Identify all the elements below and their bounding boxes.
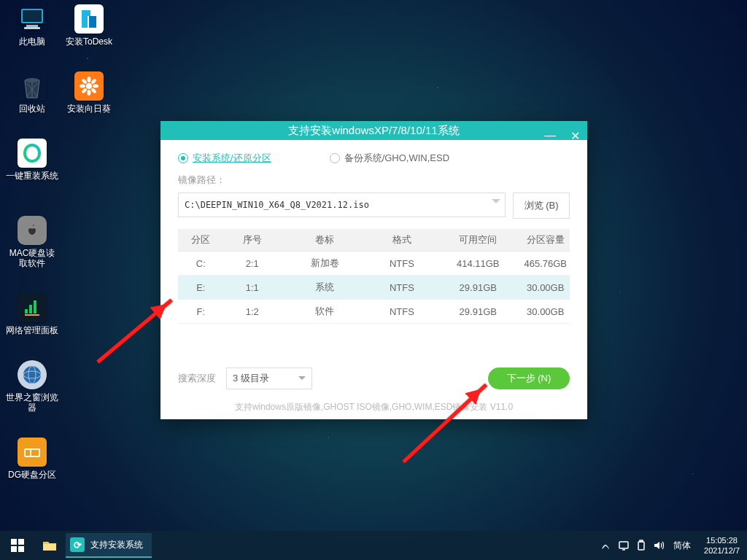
- table-row[interactable]: F:1:2软件NTFS29.91GB30.00GB: [178, 300, 570, 324]
- ime-indicator[interactable]: 简体: [667, 540, 697, 552]
- svg-rect-2: [26, 25, 38, 27]
- taskbar-app-installer[interactable]: ⟳ 支持安装系统: [66, 533, 152, 558]
- svg-point-6: [88, 77, 91, 82]
- browser-icon: [18, 360, 47, 389]
- chevron-down-icon: [298, 376, 306, 384]
- search-depth-value: 3 级目录: [233, 372, 269, 385]
- onekey-icon: [18, 139, 47, 168]
- svg-rect-27: [18, 546, 24, 552]
- svg-rect-29: [619, 542, 628, 548]
- clock-date: 2021/12/7: [704, 545, 740, 556]
- recycle-bin-icon: [18, 71, 47, 101]
- tray-chevron-icon[interactable]: ᨈ: [597, 531, 615, 560]
- clock-time: 15:05:28: [704, 535, 740, 545]
- next-button[interactable]: 下一步 (N): [488, 368, 570, 389]
- radio-backup[interactable]: 备份系统/GHO,WIN,ESD: [330, 152, 449, 165]
- browse-button[interactable]: 浏览 (B): [513, 192, 570, 219]
- icon-label: 世界之窗浏览器: [6, 392, 58, 413]
- icon-label: 安装ToDesk: [63, 36, 115, 47]
- svg-point-10: [81, 78, 88, 85]
- desktop-icon-theworld-browser[interactable]: 世界之窗浏览器: [6, 360, 58, 413]
- todesk-icon: [74, 4, 104, 34]
- installer-window: 支持安装windowsXP/7/8/10/11系统 — ✕ 安装系统/还原分区 …: [160, 121, 587, 419]
- icon-label: 此电脑: [6, 36, 58, 47]
- desktop-icon-sunflower[interactable]: 安装向日葵: [63, 71, 115, 114]
- svg-point-18: [23, 366, 41, 384]
- titlebar[interactable]: 支持安装windowsXP/7/8/10/11系统 — ✕: [160, 121, 587, 140]
- desktop-icon-recycle-bin[interactable]: 回收站: [6, 71, 58, 114]
- volume-icon[interactable]: [650, 531, 667, 560]
- radio-dot-icon: [178, 153, 188, 163]
- image-path-dropdown[interactable]: C:\DEEPIN_WIN10_X64_Q8_V2021.12.iso: [178, 192, 506, 217]
- icon-label: 安装向日葵: [63, 104, 115, 114]
- sunflower-icon: [74, 71, 104, 101]
- svg-point-8: [80, 85, 85, 88]
- col-volume: 卷标: [281, 229, 369, 252]
- svg-rect-1: [23, 10, 42, 22]
- svg-rect-25: [18, 539, 24, 545]
- svg-point-5: [86, 83, 92, 89]
- icon-label: 网络管理面板: [6, 325, 58, 335]
- col-filesystem: 格式: [369, 229, 435, 252]
- network-panel-icon: [18, 293, 47, 322]
- desktop-icon-dg-partition[interactable]: DG硬盘分区: [6, 438, 58, 480]
- desktop-icon-this-pc[interactable]: 此电脑: [6, 4, 58, 47]
- table-row[interactable]: C:2:1新加卷NTFS414.11GB465.76GB: [178, 252, 570, 276]
- svg-rect-26: [11, 546, 17, 552]
- svg-rect-22: [26, 450, 30, 456]
- svg-rect-14: [25, 309, 28, 314]
- svg-point-9: [93, 85, 98, 88]
- taskbar-app-label: 支持安装系统: [90, 539, 143, 551]
- footer-hint: 支持windows原版镜像,GHOST ISO镜像,GHO,WIM,ESD镜像安…: [178, 401, 570, 413]
- svg-rect-15: [29, 305, 32, 314]
- mac-disk-icon: [18, 216, 47, 245]
- search-depth-select[interactable]: 3 级目录: [226, 368, 312, 389]
- desktop-icon-onekey-reinstall[interactable]: 一键重装系统: [6, 139, 58, 181]
- taskbar-clock[interactable]: 15:05:28 2021/12/7: [697, 535, 747, 556]
- table-row-selected[interactable]: E:1:1系统NTFS29.91GB30.00GB: [178, 276, 570, 300]
- radio-label: 备份系统/GHO,WIN,ESD: [344, 152, 449, 165]
- partition-table: 分区 序号 卷标 格式 可用空间 分区容量 C:2:1新加卷NTFS414.11…: [178, 229, 570, 324]
- pc-icon: [18, 4, 47, 34]
- svg-rect-31: [640, 540, 643, 542]
- desktop: 此电脑 安装ToDesk 回收站 安装向日葵 一键重装系统 MAC硬盘读取软件: [0, 0, 747, 560]
- svg-rect-17: [25, 314, 39, 316]
- image-path-label: 镜像路径：: [178, 174, 570, 187]
- desktop-icon-network-panel[interactable]: 网络管理面板: [6, 293, 58, 335]
- window-title: 支持安装windowsXP/7/8/10/11系统: [288, 124, 459, 138]
- icon-label: 一键重装系统: [6, 171, 58, 181]
- col-free-space: 可用空间: [435, 229, 521, 252]
- taskbar: ⟳ 支持安装系统 ᨈ 简体 15:05:28 2021/12/7: [0, 531, 747, 560]
- search-depth-label: 搜索深度: [178, 372, 216, 385]
- svg-point-12: [81, 88, 88, 94]
- col-total-size: 分区容量: [521, 229, 570, 252]
- svg-rect-28: [43, 544, 56, 551]
- start-button[interactable]: [0, 531, 35, 560]
- svg-rect-23: [31, 450, 39, 456]
- network-icon[interactable]: [615, 531, 632, 560]
- window-body: 安装系统/还原分区 备份系统/GHO,WIN,ESD 镜像路径： C:\DEEP…: [160, 140, 587, 419]
- svg-rect-30: [638, 542, 644, 550]
- desktop-icon-todesk[interactable]: 安装ToDesk: [63, 4, 115, 47]
- col-index: 序号: [224, 229, 281, 252]
- system-tray: ᨈ 简体 15:05:28 2021/12/7: [597, 531, 747, 560]
- app-icon: ⟳: [70, 537, 85, 552]
- chevron-down-icon: [492, 199, 500, 208]
- file-explorer-button[interactable]: [35, 531, 64, 560]
- icon-label: DG硬盘分区: [6, 470, 58, 480]
- svg-point-11: [90, 88, 97, 94]
- radio-install-restore[interactable]: 安装系统/还原分区: [178, 152, 271, 165]
- svg-rect-3: [24, 27, 40, 29]
- desktop-icon-mac-disk-reader[interactable]: MAC硬盘读取软件: [6, 216, 58, 268]
- radio-dot-icon: [330, 153, 340, 163]
- icon-label: MAC硬盘读取软件: [6, 248, 58, 268]
- col-partition: 分区: [178, 229, 224, 252]
- svg-point-7: [88, 90, 91, 96]
- svg-rect-16: [34, 300, 36, 314]
- battery-icon[interactable]: [632, 531, 650, 560]
- radio-label: 安装系统/还原分区: [193, 152, 271, 165]
- icon-label: 回收站: [6, 104, 58, 114]
- svg-rect-24: [11, 539, 17, 545]
- svg-point-13: [90, 78, 97, 85]
- dg-icon: [18, 438, 47, 467]
